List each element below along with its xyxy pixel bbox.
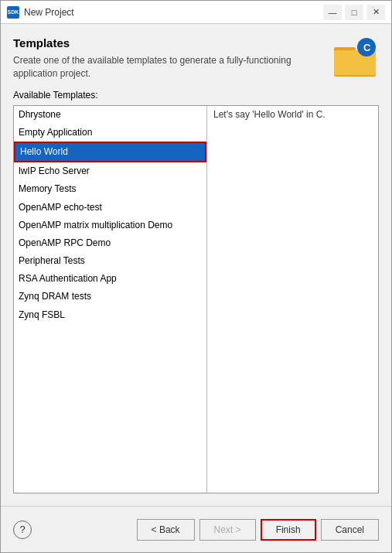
header-description: Create one of the available templates to… [13,54,325,80]
maximize-button[interactable]: □ [345,5,363,20]
description-area: Let's say 'Hello World' in C. [207,106,378,493]
template-item[interactable]: OpenAMP matrix multiplication Demo [14,217,206,234]
next-button[interactable]: Next > [199,519,256,541]
template-item[interactable]: Peripheral Tests [14,252,206,270]
finish-button[interactable]: Finish [261,519,316,541]
main-window: SDK New Project — □ ✕ Templates Create o… [0,0,392,553]
bottom-bar: ? < Back Next > Finish Cancel [1,506,391,552]
template-item[interactable]: OpenAMP RPC Demo [14,234,206,252]
window-title: New Project [24,7,323,18]
svg-text:C: C [363,42,371,53]
template-item[interactable]: Dhrystone [14,106,206,124]
app-icon: SDK [7,6,19,19]
lists-area: DhrystoneEmpty ApplicationHello WorldlwI… [13,105,379,493]
template-item[interactable]: Memory Tests [14,180,206,198]
main-content: Templates Create one of the available te… [1,24,391,506]
template-item[interactable]: OpenAMP echo-test [14,199,206,217]
template-list[interactable]: DhrystoneEmpty ApplicationHello WorldlwI… [14,106,207,493]
back-button[interactable]: < Back [137,519,195,541]
header-text: Templates Create one of the available te… [13,36,325,80]
template-item[interactable]: Hello World [14,142,206,162]
window-controls: — □ ✕ [323,5,385,20]
close-button[interactable]: ✕ [366,5,385,20]
help-button[interactable]: ? [13,521,32,539]
bottom-left: ? [13,521,32,539]
title-bar: SDK New Project — □ ✕ [1,1,391,24]
header-title: Templates [13,36,325,49]
header-icon: C [332,36,379,79]
template-item[interactable]: Zynq DRAM tests [14,288,206,306]
template-item[interactable]: RSA Authentication App [14,270,206,288]
header-section: Templates Create one of the available te… [13,36,379,80]
template-item[interactable]: Empty Application [14,124,206,142]
template-description: Let's say 'Hello World' in C. [213,109,326,120]
template-item[interactable]: lwIP Echo Server [14,162,206,180]
template-item[interactable]: Zynq FSBL [14,306,206,324]
bottom-right: < Back Next > Finish Cancel [137,519,379,541]
available-templates-label: Available Templates: [13,90,379,101]
minimize-button[interactable]: — [323,5,342,20]
cancel-button[interactable]: Cancel [321,519,379,541]
